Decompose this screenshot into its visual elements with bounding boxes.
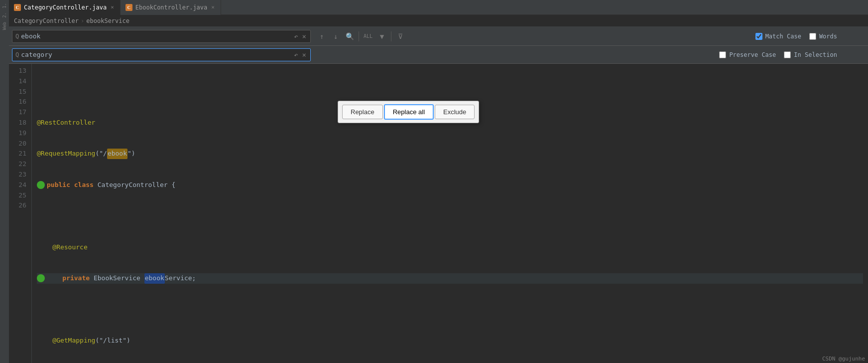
type-19: EbookService bbox=[90, 273, 144, 284]
kw-private: private bbox=[62, 273, 90, 284]
match-case-checkbox[interactable]: Match Case bbox=[755, 33, 801, 40]
replace-button[interactable]: Replace bbox=[342, 105, 383, 119]
line-num-21: 21 bbox=[12, 149, 26, 159]
replace-clear-icon[interactable]: × bbox=[301, 50, 307, 60]
checkboxes-area-2: Preserve Case In Selection bbox=[719, 51, 865, 58]
sidebar-label-web: Web bbox=[1, 21, 8, 31]
editor-area: C CategoryController.java × C EbookContr… bbox=[9, 0, 868, 363]
tab-close-category[interactable]: × bbox=[110, 4, 115, 10]
breadcrumb-part-1: CategoryController bbox=[14, 17, 79, 24]
code-line-17 bbox=[37, 211, 863, 221]
code-line-16: public class CategoryController { bbox=[37, 180, 863, 190]
find-in-files-icon[interactable]: 🔍 bbox=[344, 30, 356, 42]
line-num-22: 22 bbox=[12, 159, 26, 170]
classname-16: CategoryController { bbox=[94, 180, 175, 190]
toolbar-separator-1 bbox=[359, 31, 359, 41]
breadcrumb-sep: › bbox=[81, 17, 84, 24]
kw-public-16: public bbox=[47, 180, 70, 190]
indent-21 bbox=[37, 336, 52, 346]
code-line-19: private EbookService ebookService; bbox=[37, 273, 863, 284]
match-case-input[interactable] bbox=[755, 33, 762, 40]
regex-toggle-icon[interactable]: ↶ bbox=[293, 31, 299, 41]
search-bar: Q ↶ × ↑ ↓ 🔍 ALL ▼ ⊽ Match Case bbox=[9, 27, 868, 46]
code-line-15: @RequestMapping("/ebook") bbox=[37, 149, 863, 159]
tab-label-ebook: EbookController.java bbox=[135, 4, 208, 11]
words-checkbox[interactable]: Words bbox=[809, 33, 837, 40]
kw-class-16: class bbox=[74, 180, 94, 190]
replace-all-button[interactable]: Replace all bbox=[384, 104, 434, 120]
words-label: Words bbox=[819, 33, 837, 40]
bottom-bar: CSDN @gujunhe bbox=[819, 355, 868, 363]
toolbar-separator-2 bbox=[391, 31, 391, 41]
line-num-15: 15 bbox=[12, 87, 26, 97]
line-num-25: 25 bbox=[12, 190, 26, 201]
search-q-icon: Q bbox=[15, 33, 19, 40]
tab-icon-ebook: C bbox=[125, 4, 132, 11]
find-all-icon[interactable]: ALL bbox=[362, 30, 374, 42]
line-num-26: 26 bbox=[12, 200, 26, 211]
replace-input[interactable] bbox=[21, 51, 291, 58]
replace-input-wrapper: Q ↶ × bbox=[12, 48, 311, 61]
service-19: Service; bbox=[165, 273, 196, 284]
tab-ebook-controller[interactable]: C EbookController.java × bbox=[121, 0, 221, 15]
code-line-20 bbox=[37, 304, 863, 315]
sidebar-label-2: 2. bbox=[1, 11, 8, 19]
in-selection-checkbox[interactable]: In Selection bbox=[784, 51, 837, 58]
words-input[interactable] bbox=[809, 33, 816, 40]
code-line-13 bbox=[37, 87, 863, 97]
breadcrumb-part-2: ebookService bbox=[86, 17, 129, 24]
str-list: ("/list") bbox=[95, 336, 130, 346]
str-paren-close: ") bbox=[127, 149, 135, 159]
annotation-resource: @Resource bbox=[52, 242, 87, 253]
tab-close-ebook[interactable]: × bbox=[210, 4, 216, 10]
tab-label-category: CategoryController.java bbox=[24, 4, 107, 11]
tab-icon-category: C bbox=[14, 4, 21, 11]
replace-bar: Q ↶ × Preserve Case In Selection bbox=[9, 46, 868, 64]
str-paren-open: ("/ bbox=[95, 149, 107, 159]
annotation-restcontroller: @RestController bbox=[37, 118, 95, 128]
bean-icon-16 bbox=[37, 181, 45, 189]
annotation-getmapping: @GetMapping bbox=[52, 336, 95, 346]
space-16 bbox=[70, 180, 74, 190]
line-num-19: 19 bbox=[12, 128, 26, 139]
search-clear-icon[interactable]: × bbox=[301, 31, 307, 41]
replace-regex-icon[interactable]: ↶ bbox=[293, 50, 299, 60]
preserve-case-input[interactable] bbox=[719, 51, 726, 58]
annotation-requestmapping: @RequestMapping bbox=[37, 149, 95, 159]
checkboxes-area: Match Case Words bbox=[755, 33, 865, 40]
match-case-label: Match Case bbox=[765, 33, 801, 40]
code-line-21: @GetMapping("/list") bbox=[37, 336, 863, 346]
preserve-case-checkbox[interactable]: Preserve Case bbox=[719, 51, 776, 58]
bottom-label: CSDN @gujunhe bbox=[822, 356, 865, 362]
line-num-23: 23 bbox=[12, 170, 26, 180]
in-selection-input[interactable] bbox=[784, 51, 791, 58]
search-toolbar: ↑ ↓ 🔍 ALL ▼ ⊽ bbox=[316, 30, 406, 42]
preserve-case-label: Preserve Case bbox=[729, 51, 776, 58]
indent-18 bbox=[37, 242, 52, 253]
search-input-wrapper: Q ↶ × bbox=[12, 30, 311, 43]
line-num-18: 18 bbox=[12, 118, 26, 128]
next-match-button[interactable]: ↓ bbox=[330, 30, 342, 42]
exclude-button[interactable]: Exclude bbox=[435, 105, 475, 119]
sidebar-label-1: 1. bbox=[1, 2, 8, 9]
replace-buttons-popup: Replace Replace all Exclude bbox=[338, 101, 479, 123]
bean-icon-19 bbox=[37, 274, 45, 282]
hl-blue-ebook: ebook bbox=[144, 273, 165, 284]
line-num-16: 16 bbox=[12, 97, 26, 107]
line-num-20: 20 bbox=[12, 139, 26, 149]
line-num-24: 24 bbox=[12, 180, 26, 190]
tabs-bar: C CategoryController.java × C EbookContr… bbox=[9, 0, 868, 15]
left-sidebar: 1. 2. Web bbox=[0, 0, 9, 363]
prev-match-button[interactable]: ↑ bbox=[316, 30, 328, 42]
in-selection-label: In Selection bbox=[794, 51, 837, 58]
line-num-14: 14 bbox=[12, 76, 26, 87]
breadcrumb: CategoryController › ebookService bbox=[9, 15, 868, 27]
search-input[interactable] bbox=[21, 32, 291, 40]
tab-category-controller[interactable]: C CategoryController.java × bbox=[9, 0, 121, 15]
replace-q-icon: Q bbox=[15, 51, 19, 58]
indent-19 bbox=[47, 273, 62, 284]
options-icon[interactable]: ▼ bbox=[376, 30, 388, 42]
line-num-17: 17 bbox=[12, 107, 26, 118]
line-num-13: 13 bbox=[12, 66, 26, 76]
filter-icon[interactable]: ⊽ bbox=[394, 30, 406, 42]
